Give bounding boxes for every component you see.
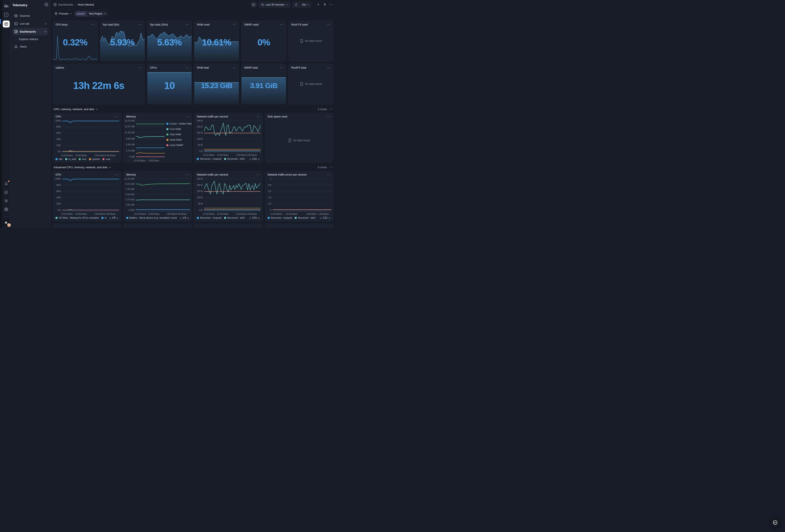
- source-filter[interactable]: source Test Project: [74, 11, 108, 17]
- brand-logo-icon[interactable]: [3, 3, 9, 8]
- add-panel-button[interactable]: +: [316, 2, 321, 7]
- legend-prev-button[interactable]: ◀: [109, 217, 111, 219]
- legend-item[interactable]: Received - eth0: [295, 216, 315, 219]
- panel-menu-button[interactable]: •••: [186, 174, 189, 176]
- panel-menu-button[interactable]: •••: [327, 67, 330, 69]
- legend-item[interactable]: Received - eth0: [224, 216, 245, 219]
- legend-item[interactable]: Total RAM: [167, 133, 190, 136]
- breadcrumb-dashboards[interactable]: Dashboards: [58, 3, 73, 6]
- legend-label: Received - eth0: [227, 158, 245, 160]
- svg-text:5.59 GiB: 5.59 GiB: [125, 193, 134, 196]
- timeseries-chart[interactable]: 00.20.40.60.8112:42:00am12:50:00am1:00:0…: [265, 177, 333, 216]
- legend-prev-button[interactable]: ◀: [180, 217, 181, 219]
- svg-text:1:00:00am: 1:00:00am: [94, 213, 105, 215]
- legend-item[interactable]: Received - erspan0: [197, 158, 222, 160]
- section-toggle[interactable]: Advanced CPU, memory, network, and disk: [54, 166, 111, 169]
- panel-menu-button[interactable]: •••: [115, 116, 119, 118]
- panel-menu-button[interactable]: •••: [233, 67, 236, 69]
- section-menu-button[interactable]: •••: [330, 166, 333, 168]
- legend-next-button[interactable]: ▶: [258, 217, 260, 219]
- legend-item[interactable]: Used RAM: [167, 138, 190, 141]
- sidebar-item-sources[interactable]: Sources: [12, 12, 48, 20]
- legend-item[interactable]: idle: [55, 158, 62, 160]
- legend-item[interactable]: nice: [79, 158, 86, 160]
- quickstart-icon[interactable]: [3, 12, 9, 18]
- lightning-actions-button[interactable]: [323, 3, 327, 7]
- legend-item[interactable]: Idle: [101, 216, 106, 219]
- icon-rail: R NF: [2, 0, 10, 228]
- panel-menu-button[interactable]: •••: [327, 116, 330, 118]
- timeseries-chart[interactable]: 0%20%40%60%80%100%12:42:00am12:50:00am1:…: [53, 177, 121, 216]
- timeseries-chart[interactable]: 0%20%40%60%80%100%12:42:00am12:50:00am1:…: [53, 118, 121, 157]
- stat-row-1: CPU busy••• 0.32% Sys load (5m)••• 5.93%…: [53, 21, 333, 61]
- svg-text:1:06:00am: 1:06:00am: [247, 154, 257, 156]
- svg-text:5.59 GiB: 5.59 GiB: [126, 143, 135, 146]
- timeseries-chart[interactable]: 0 GiB1.86 GiB3.73 GiB5.59 GiB7.45 GiB9.3…: [124, 177, 192, 216]
- panel-menu-button[interactable]: •••: [186, 24, 189, 26]
- legend-next-button[interactable]: ▶: [117, 217, 119, 219]
- chart-legend: Received - erspan0Received - eth0Re: [197, 216, 247, 219]
- refresh-interval-dropdown[interactable]: 15s: [300, 2, 311, 7]
- panel-menu-button[interactable]: •••: [256, 116, 260, 118]
- panel-menu-button[interactable]: •••: [115, 174, 119, 176]
- panel-menu-button[interactable]: •••: [256, 174, 260, 176]
- panel-menu-button[interactable]: •••: [186, 67, 189, 69]
- legend-item[interactable]: Received - eth0: [224, 158, 245, 160]
- legend-item[interactable]: Free RAM: [167, 128, 190, 130]
- panel-menu-button[interactable]: •••: [233, 24, 236, 26]
- section-menu-button[interactable]: •••: [330, 108, 333, 110]
- timeseries-chart[interactable]: 0 B50 B100 B150 B200 B250 B12:42:00am12:…: [194, 177, 262, 216]
- legend-item[interactable]: io_wait: [65, 158, 76, 160]
- legend-label: Received - erspan0: [200, 216, 222, 219]
- panel-menu-button[interactable]: •••: [327, 174, 330, 176]
- theme-sun-icon[interactable]: [3, 198, 9, 204]
- command-menu-icon[interactable]: [3, 207, 9, 212]
- legend-item[interactable]: user: [103, 158, 110, 160]
- sidebar-item-explore-metrics[interactable]: Explore metrics: [12, 36, 48, 43]
- refresh-control: 15s: [293, 2, 312, 8]
- timeseries-chart[interactable]: 0 GiB2.79 GiB5.59 GiB8.38 GiB11.18 GiB13…: [124, 118, 167, 162]
- panel-menu-button[interactable]: •••: [327, 24, 330, 26]
- panel-menu-button[interactable]: •••: [280, 24, 283, 26]
- legend-next-button[interactable]: ▶: [329, 217, 330, 219]
- legend-item[interactable]: Received - erspan0: [197, 216, 222, 219]
- panel-menu-button[interactable]: •••: [186, 116, 189, 118]
- presets-dropdown[interactable]: Presets: [54, 12, 72, 15]
- legend-item[interactable]: Received - erspan0: [268, 216, 292, 219]
- panel-menu-button[interactable]: •••: [138, 24, 142, 26]
- sidebar-collapse-icon[interactable]: [44, 3, 48, 7]
- panel-menu-button[interactable]: •••: [91, 24, 95, 26]
- legend-item[interactable]: Cache + Buffer RAM: [167, 123, 190, 125]
- panel-menu-button[interactable]: •••: [280, 67, 283, 69]
- panel-title: Sys load (5m): [103, 23, 119, 26]
- section-toggle[interactable]: CPU, memory, network, and disk: [54, 108, 98, 111]
- svg-text:100%: 100%: [55, 119, 61, 122]
- panel-menu-button[interactable]: •••: [138, 67, 142, 69]
- notifications-bell-icon[interactable]: [3, 181, 9, 186]
- sidebar-item-alerts[interactable]: Alerts: [12, 43, 48, 50]
- svg-text:0 B: 0 B: [199, 209, 203, 211]
- legend-next-button[interactable]: ▶: [258, 158, 260, 160]
- legend-prev-button[interactable]: ◀: [320, 217, 322, 219]
- sidebar-item-dashboards[interactable]: Dashboards: [12, 28, 48, 35]
- sidebar-item-live-tail[interactable]: Live tail: [12, 20, 48, 27]
- legend-item[interactable]: Used SWAP: [167, 144, 190, 147]
- legend-prev-button[interactable]: ◀: [249, 217, 251, 219]
- svg-text:0 B: 0 B: [199, 150, 203, 152]
- legend-item[interactable]: I/O Wait - Waiting for I/O to complete: [55, 216, 99, 219]
- more-options-button[interactable]: •••: [329, 3, 333, 6]
- avatar-badge: NF: [7, 223, 11, 227]
- console-panel-button[interactable]: [251, 2, 256, 7]
- refresh-button[interactable]: [293, 2, 300, 7]
- timeseries-chart[interactable]: 0 B50 B100 B150 B200 B250 B12:42:00am12:…: [194, 118, 262, 157]
- svg-text:40%: 40%: [56, 196, 61, 199]
- legend-item[interactable]: system: [89, 158, 100, 160]
- legend-prev-button[interactable]: ◀: [249, 158, 251, 160]
- layers-icon: [54, 12, 58, 15]
- feedback-chat-icon[interactable]: [3, 189, 9, 195]
- legend-next-button[interactable]: ▶: [187, 217, 189, 219]
- avatar[interactable]: R NF: [3, 219, 9, 226]
- time-range-dropdown[interactable]: Last 30 minutes: [259, 2, 290, 8]
- legend-item[interactable]: Buffers - Block device (e.g. harddisk) c…: [126, 216, 177, 219]
- telemetry-module-icon[interactable]: [3, 21, 10, 27]
